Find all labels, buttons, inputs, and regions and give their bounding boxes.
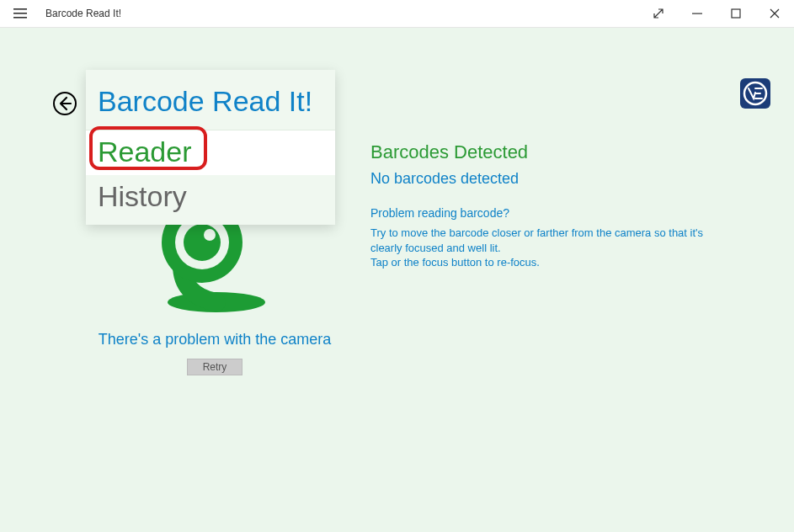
svg-rect-2 <box>13 17 27 19</box>
hamburger-icon <box>13 8 27 19</box>
help-question: Problem reading barcode? <box>370 206 707 220</box>
menu-title: Barcode Read It! <box>86 70 335 130</box>
retry-button[interactable]: Retry <box>187 359 243 375</box>
ve-logo-badge[interactable] <box>740 78 770 109</box>
menu-item-history[interactable]: History <box>86 175 335 220</box>
minimize-icon <box>692 8 702 19</box>
maximize-icon <box>731 8 741 19</box>
maximize-button[interactable] <box>717 0 755 27</box>
camera-problem-message: There's a problem with the camera <box>84 331 345 348</box>
minimize-button[interactable] <box>678 0 717 27</box>
back-button[interactable] <box>52 91 77 116</box>
fullscreen-button[interactable] <box>639 0 678 27</box>
help-body-line1: Try to move the barcode closer or farthe… <box>370 226 703 254</box>
svg-rect-1 <box>13 13 27 14</box>
detected-status: No barcodes detected <box>370 170 707 188</box>
detected-panel: Barcodes Detected No barcodes detected P… <box>370 141 707 270</box>
detected-heading: Barcodes Detected <box>370 141 707 163</box>
hamburger-menu-button[interactable] <box>0 0 40 27</box>
help-body: Try to move the barcode closer or farthe… <box>370 226 707 270</box>
svg-rect-0 <box>13 8 27 10</box>
menu-item-reader[interactable]: Reader <box>86 130 335 175</box>
navigation-menu: Barcode Read It! Reader History <box>86 70 335 225</box>
svg-rect-4 <box>732 9 740 18</box>
close-button[interactable] <box>755 0 794 27</box>
svg-point-11 <box>204 229 216 241</box>
back-arrow-icon <box>52 91 77 116</box>
window-title: Barcode Read It! <box>40 8 121 19</box>
app-content: There's a problem with the camera Retry … <box>0 27 794 532</box>
titlebar: Barcode Read It! <box>0 0 794 27</box>
fullscreen-icon <box>653 8 663 19</box>
help-body-line2: Tap or the focus button to re-focus. <box>370 256 540 269</box>
ve-logo-icon <box>743 81 768 106</box>
svg-point-10 <box>184 224 221 261</box>
close-icon <box>770 8 780 19</box>
svg-rect-3 <box>692 13 702 14</box>
